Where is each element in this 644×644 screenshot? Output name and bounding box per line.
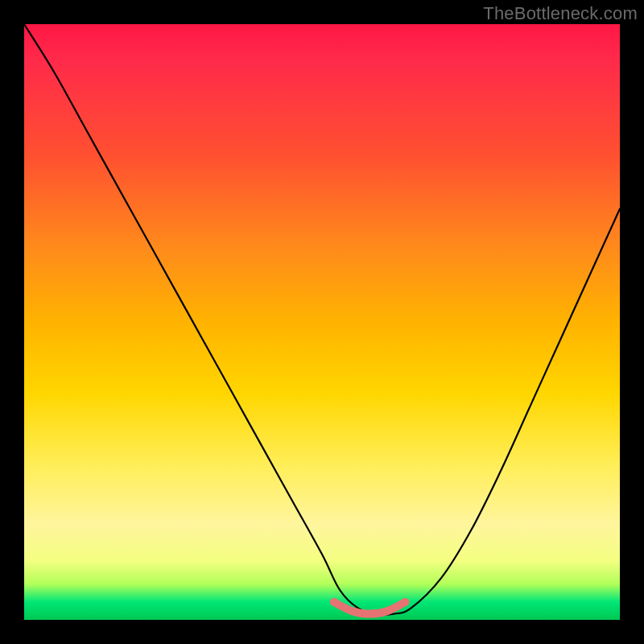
chart-frame: TheBottleneck.com [0, 0, 644, 644]
chart-svg [24, 24, 620, 620]
bottleneck-curve [24, 24, 620, 615]
watermark-text: TheBottleneck.com [483, 3, 638, 24]
optimal-zone-highlight [334, 602, 406, 614]
chart-plot-area [24, 24, 620, 620]
